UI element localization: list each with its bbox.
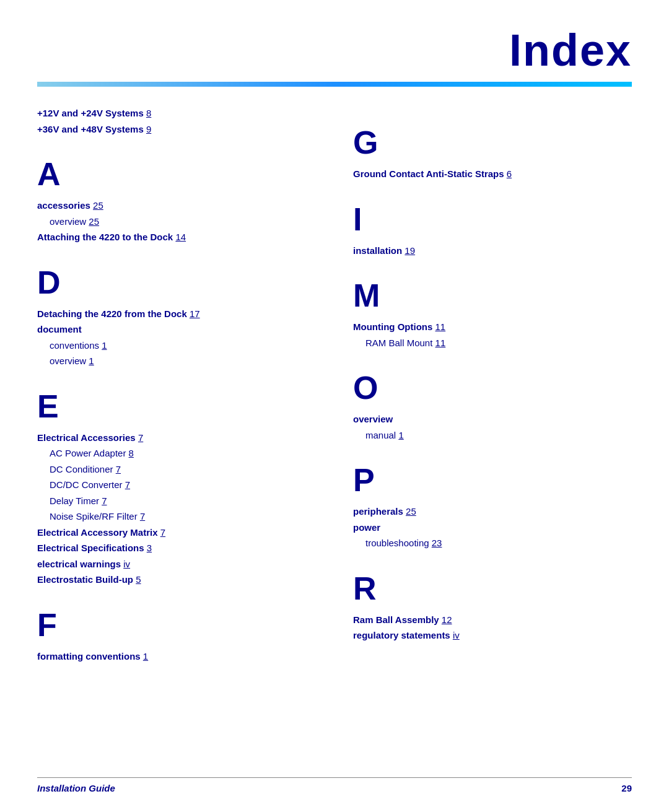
entry-link[interactable]: 11: [435, 321, 445, 332]
left-column: +12V and +24V Systems 8 +36V and +48V Sy…: [37, 105, 316, 664]
entry-link[interactable]: 7: [116, 464, 121, 474]
section-letter-i: I: [353, 201, 632, 238]
list-item: Ground Contact Anti-Static Straps 6: [353, 166, 632, 182]
section-m-entries: Mounting Options 11 RAM Ball Mount 11: [353, 319, 632, 351]
entry-link[interactable]: 1: [89, 356, 94, 366]
entry-link[interactable]: 19: [404, 245, 415, 256]
list-item: formatting conventions 1: [37, 648, 316, 665]
right-column: G Ground Contact Anti-Static Straps 6 I …: [353, 105, 632, 664]
list-item: Mounting Options 11: [353, 319, 632, 335]
footer-title: Installation Guide: [37, 783, 115, 793]
entry-link[interactable]: 8: [146, 108, 151, 118]
section-letter-o: O: [353, 369, 632, 406]
list-item: document: [37, 321, 316, 338]
entry-link[interactable]: 14: [175, 232, 186, 242]
list-item: regulatory statements iv: [353, 627, 632, 644]
list-item: manual 1: [353, 427, 632, 443]
entry-link[interactable]: 1: [398, 430, 403, 440]
list-item: Electrostatic Build-up 5: [37, 572, 316, 588]
page-title: Index: [37, 25, 632, 76]
entry-link[interactable]: 25: [406, 506, 416, 517]
entry-link[interactable]: iv: [123, 559, 130, 569]
list-item: Ram Ball Assembly 12: [353, 612, 632, 628]
entry-link[interactable]: 5: [136, 574, 141, 585]
list-item: Attaching the 4220 to the Dock 14: [37, 229, 316, 245]
entry-link[interactable]: 17: [190, 308, 200, 319]
section-letter-a: A: [37, 155, 316, 193]
section-letter-p: P: [353, 461, 632, 499]
section-letter-d: D: [37, 264, 316, 301]
section-i-entries: installation 19: [353, 243, 632, 259]
section-f-entries: formatting conventions 1: [37, 648, 316, 665]
page-footer: Installation Guide 29: [37, 777, 632, 793]
entry-text: +12V and +24V Systems: [37, 108, 146, 118]
list-item: Electrical Accessory Matrix 7: [37, 525, 316, 541]
entry-link[interactable]: 25: [93, 200, 103, 211]
entry-link[interactable]: 7: [140, 511, 145, 522]
list-item: troubleshooting 23: [353, 535, 632, 551]
section-letter-e: E: [37, 388, 316, 425]
section-a-entries: accessories 25 overview 25 Attaching the…: [37, 198, 316, 245]
list-item: accessories 25: [37, 198, 316, 214]
entry-link[interactable]: 12: [442, 614, 452, 625]
list-item: electrical warnings iv: [37, 556, 316, 572]
section-o-entries: overview manual 1: [353, 411, 632, 443]
section-letter-m: M: [353, 277, 632, 314]
entry-link[interactable]: 11: [435, 338, 446, 348]
list-item: Electrical Specifications 3: [37, 540, 316, 556]
list-item: overview: [353, 411, 632, 427]
list-item: power: [353, 520, 632, 536]
list-item: installation 19: [353, 243, 632, 259]
list-item: overview 1: [37, 353, 316, 369]
entry-link[interactable]: 9: [146, 124, 151, 134]
section-d-entries: Detaching the 4220 from the Dock 17 docu…: [37, 306, 316, 369]
section-letter-r: R: [353, 570, 632, 607]
entry-link[interactable]: 7: [125, 479, 130, 490]
entry-link[interactable]: 7: [138, 432, 143, 443]
section-p-entries: peripherals 25 power troubleshooting 23: [353, 504, 632, 551]
list-item: RAM Ball Mount 11: [353, 335, 632, 351]
footer-page-number: 29: [621, 783, 632, 793]
list-item: AC Power Adapter 8: [37, 445, 316, 461]
list-item: Noise Spike/RF Filter 7: [37, 509, 316, 525]
entry-text: +36V and +48V Systems: [37, 124, 146, 134]
section-r-entries: Ram Ball Assembly 12 regulatory statemen…: [353, 612, 632, 644]
list-item: overview 25: [37, 214, 316, 230]
entry-link[interactable]: 8: [129, 448, 134, 458]
list-item: Electrical Accessories 7: [37, 430, 316, 446]
entry-link[interactable]: 23: [432, 538, 442, 548]
list-item: +36V and +48V Systems 9: [37, 121, 316, 138]
header-divider: [37, 82, 632, 87]
entry-link[interactable]: iv: [453, 630, 460, 640]
section-e-entries: Electrical Accessories 7 AC Power Adapte…: [37, 430, 316, 588]
entry-link[interactable]: 6: [507, 168, 512, 179]
section-letter-f: F: [37, 606, 316, 644]
section-g-entries: Ground Contact Anti-Static Straps 6: [353, 166, 632, 182]
page-header: Index: [37, 0, 632, 82]
list-item: +12V and +24V Systems 8: [37, 105, 316, 121]
top-entries: +12V and +24V Systems 8 +36V and +48V Sy…: [37, 105, 316, 137]
section-letter-g: G: [353, 124, 632, 161]
entry-link[interactable]: 3: [147, 543, 152, 553]
entry-link[interactable]: 7: [102, 495, 107, 506]
entry-link[interactable]: 25: [89, 216, 99, 227]
list-item: conventions 1: [37, 338, 316, 354]
entry-link[interactable]: 1: [143, 651, 148, 661]
list-item: DC Conditioner 7: [37, 461, 316, 478]
list-item: peripherals 25: [353, 504, 632, 520]
index-columns: +12V and +24V Systems 8 +36V and +48V Sy…: [37, 105, 632, 664]
page: Index +12V and +24V Systems 8 +36V and +…: [0, 0, 669, 812]
list-item: Detaching the 4220 from the Dock 17: [37, 306, 316, 322]
list-item: DC/DC Converter 7: [37, 477, 316, 493]
entry-link[interactable]: 7: [160, 527, 165, 538]
entry-link[interactable]: 1: [102, 340, 107, 351]
list-item: Delay Timer 7: [37, 493, 316, 509]
